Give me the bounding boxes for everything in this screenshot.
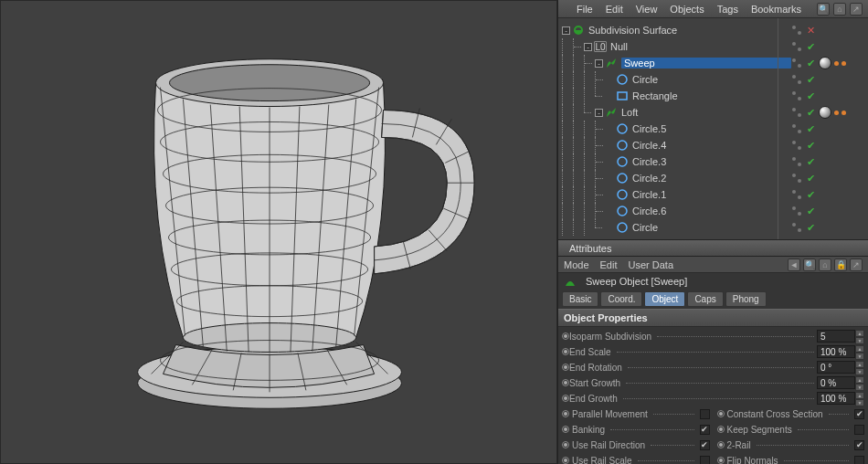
tree-item-sweep[interactable]: -Sweep✔	[558, 55, 868, 71]
toggle-icon[interactable]: -	[584, 43, 592, 51]
check-icon[interactable]: ✔	[805, 206, 816, 216]
object-tree[interactable]: -Subdivision Surface✕-L0Null✔-Sweep✔Circ…	[558, 18, 868, 239]
tree-label[interactable]: Loft	[621, 107, 791, 118]
layer-dots-icon[interactable]	[791, 222, 802, 233]
tree-label[interactable]: Circle.1	[632, 189, 791, 200]
spinner[interactable]: ▲▼	[855, 376, 864, 389]
arrow-icon[interactable]: ↗	[850, 258, 863, 271]
endrot-input[interactable]: 0 °	[817, 361, 855, 374]
menu-edit[interactable]: Edit	[600, 259, 618, 270]
endscale-input[interactable]: 100 %	[817, 345, 855, 358]
layer-dots-icon[interactable]	[791, 123, 802, 134]
check-icon[interactable]: ✔	[805, 156, 816, 167]
tree-item-c4[interactable]: Circle.4✔	[558, 137, 868, 153]
tree-label[interactable]: Rectangle	[632, 90, 791, 101]
check-icon[interactable]: ✔	[805, 140, 816, 151]
tree-label[interactable]: Circle	[632, 74, 791, 85]
search-icon[interactable]: 🔍	[817, 3, 830, 16]
tree-label[interactable]: Circle.5	[632, 123, 791, 134]
search-icon[interactable]: 🔍	[803, 258, 816, 271]
layer-dots-icon[interactable]	[791, 74, 802, 85]
arrow-icon[interactable]: ↗	[850, 3, 863, 16]
tab-phong[interactable]: Phong	[725, 291, 767, 307]
tab-basic[interactable]: Basic	[562, 291, 598, 307]
tree-item-null[interactable]: -L0Null✔	[558, 38, 868, 55]
tab-object[interactable]: Object	[644, 291, 685, 307]
toggle-icon[interactable]: -	[562, 26, 570, 35]
tree-label[interactable]: Circle.6	[632, 206, 791, 216]
radio-icon[interactable]	[717, 410, 725, 417]
tree-item-rect[interactable]: Rectangle✔	[558, 88, 868, 104]
tree-label[interactable]: Sweep	[621, 58, 791, 69]
radio-icon[interactable]	[717, 457, 725, 464]
check-icon[interactable]: ✔	[805, 123, 816, 134]
toggle-icon[interactable]: -	[595, 59, 603, 68]
layer-dots-icon[interactable]	[791, 156, 802, 167]
layer-dots-icon[interactable]	[791, 189, 802, 200]
layer-dots-icon[interactable]	[791, 90, 802, 101]
userailscale-checkbox[interactable]	[700, 456, 710, 465]
check-icon[interactable]: ✔	[805, 189, 816, 200]
tworail-checkbox[interactable]: ✔	[854, 440, 864, 450]
menu-mode[interactable]: Mode	[564, 259, 589, 270]
check-icon[interactable]: ✔	[805, 107, 816, 118]
tree-item-c6[interactable]: Circle.6✔	[558, 203, 868, 219]
check-icon[interactable]: ✔	[805, 41, 816, 52]
tree-item-c5[interactable]: Circle.5✔	[558, 121, 868, 137]
layer-dots-icon[interactable]	[791, 140, 802, 151]
viewport-3d[interactable]	[0, 0, 557, 464]
tree-label[interactable]: Circle.3	[632, 156, 791, 167]
radio-icon[interactable]	[562, 348, 569, 355]
radio-icon[interactable]	[562, 457, 569, 464]
menu-userdata[interactable]: User Data	[629, 259, 674, 270]
radio-icon[interactable]	[562, 426, 569, 433]
radio-icon[interactable]	[562, 379, 569, 386]
menu-tags[interactable]: Tags	[717, 4, 738, 15]
tab-coord[interactable]: Coord.	[600, 291, 642, 307]
radio-icon[interactable]	[562, 395, 569, 402]
flipnormals-checkbox[interactable]	[854, 456, 864, 465]
radio-icon[interactable]	[562, 410, 569, 417]
material-tag-icon[interactable]	[819, 106, 831, 119]
tree-item-c3[interactable]: Circle.3✔	[558, 153, 868, 170]
banking-checkbox[interactable]: ✔	[700, 425, 710, 435]
menu-view[interactable]: View	[636, 4, 658, 15]
check-icon[interactable]: ✔	[805, 222, 816, 233]
material-tag-icon[interactable]	[819, 57, 831, 69]
menu-objects[interactable]: Objects	[670, 4, 704, 15]
tab-caps[interactable]: Caps	[687, 291, 723, 307]
spinner[interactable]: ▲▼	[855, 392, 864, 405]
radio-icon[interactable]	[717, 426, 725, 433]
toggle-icon[interactable]: -	[595, 109, 603, 117]
endgrowth-input[interactable]: 100 %	[817, 392, 855, 405]
tag-dot-icon[interactable]	[834, 61, 839, 66]
tree-label[interactable]: Null	[610, 41, 791, 52]
layer-dots-icon[interactable]	[791, 107, 802, 118]
tree-item-loft[interactable]: -Loft✔	[558, 104, 868, 121]
radio-icon[interactable]	[562, 441, 569, 448]
spinner[interactable]: ▲▼	[855, 361, 864, 374]
tag-dot-icon[interactable]	[842, 111, 846, 115]
check-icon[interactable]: ✔	[805, 173, 816, 184]
check-icon[interactable]: ✔	[805, 74, 816, 85]
spinner[interactable]: ▲▼	[855, 330, 864, 343]
tree-item-c0[interactable]: Circle✔	[558, 219, 868, 236]
tree-item-c1[interactable]: Circle.1✔	[558, 186, 868, 203]
tree-item-c2[interactable]: Circle.2✔	[558, 170, 868, 186]
tree-label[interactable]: Subdivision Surface	[588, 25, 791, 36]
spinner[interactable]: ▲▼	[855, 345, 864, 358]
back-icon[interactable]: ◄	[788, 258, 800, 271]
lock-icon[interactable]: 🔒	[834, 258, 847, 271]
constcross-checkbox[interactable]: ✔	[854, 409, 864, 419]
radio-icon[interactable]	[562, 332, 569, 340]
startgrowth-input[interactable]: 0 %	[817, 376, 855, 389]
home-icon[interactable]: ⌂	[833, 3, 846, 16]
tree-label[interactable]: Circle	[632, 222, 791, 233]
layer-dots-icon[interactable]	[791, 58, 802, 69]
layer-dots-icon[interactable]	[791, 206, 802, 216]
layer-dots-icon[interactable]	[791, 173, 802, 184]
isoparm-input[interactable]: 5	[817, 330, 855, 343]
keepseg-checkbox[interactable]	[854, 425, 864, 435]
radio-icon[interactable]	[562, 364, 569, 371]
menu-edit[interactable]: Edit	[606, 4, 623, 15]
